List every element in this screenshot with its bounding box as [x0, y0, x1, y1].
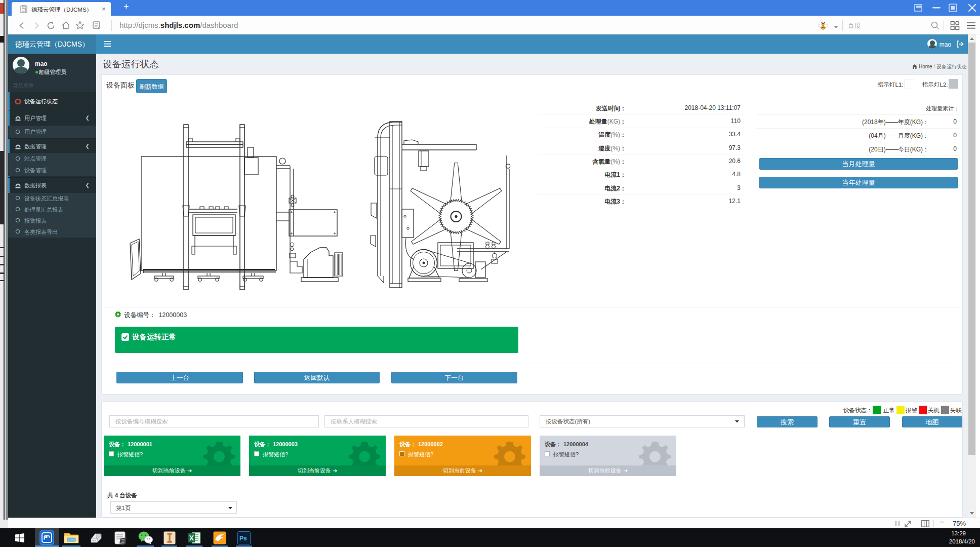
svg-text:Ps: Ps — [239, 535, 247, 542]
